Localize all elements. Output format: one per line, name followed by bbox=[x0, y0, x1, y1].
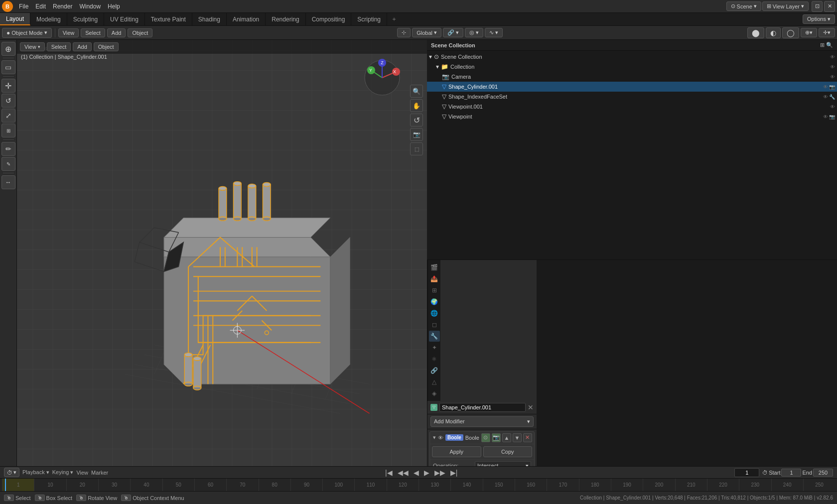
navigation-gizmo[interactable]: X Y Z bbox=[362, 58, 402, 98]
vis-eye-btn[interactable]: 👁 bbox=[830, 54, 835, 60]
mod-render-btn[interactable]: 📷 bbox=[492, 433, 501, 442]
object-name-input[interactable] bbox=[439, 403, 526, 412]
constraints-props-btn[interactable]: 🔗 bbox=[429, 365, 440, 376]
tab-shading[interactable]: Shading bbox=[192, 13, 227, 25]
orbit-btn[interactable]: ↺ bbox=[410, 114, 423, 126]
timeline-ruler[interactable]: 1 10 20 30 40 50 60 70 80 90 100 110 120… bbox=[0, 479, 837, 491]
menu-help[interactable]: Help bbox=[105, 2, 123, 11]
measure-tool[interactable]: ↔ bbox=[1, 175, 15, 189]
add-menu[interactable]: Add bbox=[107, 28, 126, 37]
rotate-tool[interactable]: ↺ bbox=[1, 94, 15, 108]
add-modifier-dropdown[interactable]: Add Modifier ▾ bbox=[430, 416, 534, 427]
object-props-btn[interactable]: ◻ bbox=[429, 319, 440, 330]
options-btn[interactable]: Options ▾ bbox=[803, 14, 835, 24]
tab-uv-editing[interactable]: UV Editing bbox=[104, 13, 145, 25]
timeline-mode-btn[interactable]: ⏱ ▾ bbox=[4, 468, 19, 477]
current-frame-display[interactable]: 1 bbox=[734, 468, 759, 477]
copy-btn[interactable]: Copy bbox=[483, 446, 533, 457]
object-data-props-btn[interactable]: △ bbox=[429, 377, 440, 387]
mod-delete-btn[interactable]: ✕ bbox=[523, 433, 532, 442]
play-reverse-btn[interactable]: ◀ bbox=[413, 469, 420, 477]
transform-orientation[interactable]: Global ▾ bbox=[412, 28, 441, 37]
menu-file[interactable]: File bbox=[16, 2, 31, 11]
tree-camera[interactable]: 📷 Camera 👁 bbox=[427, 72, 837, 82]
curve-btn[interactable]: ∿ ▾ bbox=[485, 28, 503, 37]
tree-shape-cylinder[interactable]: ▽ Shape_Cylinder.001 👁 📷 bbox=[427, 82, 837, 92]
ifs-render-btn[interactable]: 🔧 bbox=[829, 94, 835, 100]
world-props-btn[interactable]: 🌐 bbox=[429, 308, 440, 319]
tab-compositing[interactable]: Compositing bbox=[306, 13, 352, 25]
snap-btn[interactable]: 🔗 ▾ bbox=[443, 28, 463, 37]
start-frame-input[interactable] bbox=[781, 469, 801, 477]
vp-cam-btn[interactable]: 📷 bbox=[829, 114, 835, 120]
material-props-btn[interactable]: ◈ bbox=[429, 388, 440, 399]
mesh-vis-btn[interactable]: 👁 bbox=[823, 84, 828, 90]
viewport-gizmo-toggle[interactable]: ✛▾ bbox=[819, 28, 835, 37]
vp-add-btn[interactable]: Add bbox=[73, 42, 92, 51]
vp-select-btn[interactable]: Select bbox=[47, 42, 71, 51]
vp001-vis-btn[interactable]: 👁 bbox=[830, 104, 835, 110]
end-frame-input[interactable] bbox=[813, 469, 833, 477]
tree-collection[interactable]: ▾ 📁 Collection 👁 bbox=[427, 62, 837, 72]
view-menu[interactable]: View bbox=[58, 28, 79, 37]
proportional-edit[interactable]: ◎ ▾ bbox=[465, 28, 483, 37]
zoom-camera-btn[interactable]: 🔍 bbox=[410, 85, 423, 98]
mode-selector[interactable]: ● Object Mode ▾ bbox=[2, 28, 52, 38]
outliner-search-btn[interactable]: 🔍 bbox=[826, 42, 833, 48]
view-layer-props-btn[interactable]: ⊞ bbox=[429, 285, 440, 296]
physics-props-btn[interactable]: ⚛ bbox=[429, 354, 440, 365]
tab-animation[interactable]: Animation bbox=[227, 13, 266, 25]
viewport-shading-material[interactable]: ◐ bbox=[766, 27, 781, 38]
scale-tool[interactable]: ⤢ bbox=[1, 109, 15, 123]
tab-scripting[interactable]: Scripting bbox=[351, 13, 387, 25]
tree-indexed-face-set[interactable]: ▽ Shape_IndexedFaceSet 👁 🔧 bbox=[427, 92, 837, 102]
mod-expand-toggle[interactable]: ▾ bbox=[433, 434, 436, 441]
select-menu[interactable]: Select bbox=[81, 28, 105, 37]
camera-view-btn[interactable]: 📷 bbox=[410, 128, 423, 141]
scene-props-btn[interactable]: 🌍 bbox=[429, 296, 440, 307]
render-region-btn[interactable]: ⬚ bbox=[410, 142, 423, 155]
tab-layout[interactable]: Layout bbox=[0, 13, 30, 25]
playback-label[interactable]: Playback ▾ bbox=[22, 469, 49, 476]
viewport[interactable]: View ▾ Select Add Object User Perspectiv… bbox=[17, 40, 427, 479]
pan-btn[interactable]: ✋ bbox=[410, 99, 423, 112]
move-tool[interactable]: ✛ bbox=[1, 79, 15, 93]
jump-start-btn[interactable]: |◀ bbox=[384, 469, 394, 477]
modifier-props-btn[interactable]: 🔧 bbox=[429, 331, 440, 342]
transform-tool[interactable]: ⊞ bbox=[1, 124, 15, 137]
tree-scene-collection[interactable]: ▾ ⊙ Scene Collection 👁 bbox=[427, 52, 837, 62]
vp-view-btn[interactable]: View ▾ bbox=[20, 42, 45, 51]
mod-down-btn[interactable]: ▼ bbox=[513, 433, 522, 442]
jump-end-btn[interactable]: ▶| bbox=[449, 469, 459, 477]
tab-rendering[interactable]: Rendering bbox=[266, 13, 305, 25]
viewport-overlay-toggle[interactable]: ⊕▾ bbox=[801, 28, 817, 37]
annotate-tool[interactable]: ✏ bbox=[1, 142, 15, 156]
mod-visibility-toggle[interactable]: 👁 bbox=[438, 435, 443, 441]
camera-vis-btn[interactable]: 👁 bbox=[830, 74, 835, 80]
tree-viewpoint[interactable]: ▽ Viewpoint 👁 📷 bbox=[427, 112, 837, 122]
tab-sculpting[interactable]: Sculpting bbox=[67, 13, 104, 25]
render-props-btn[interactable]: 🎬 bbox=[429, 262, 440, 273]
apply-btn[interactable]: Apply bbox=[432, 446, 481, 457]
viewport-shading-solid[interactable]: ⬤ bbox=[747, 27, 764, 38]
tab-texture-paint[interactable]: Texture Paint bbox=[145, 13, 192, 25]
viewport-shading-rendered[interactable]: ◯ bbox=[782, 27, 799, 38]
play-btn[interactable]: ▶ bbox=[423, 469, 430, 477]
tab-modeling[interactable]: Modeling bbox=[30, 13, 67, 25]
keying-label[interactable]: Keying ▾ bbox=[52, 469, 74, 476]
cursor-tool[interactable]: ⊕ bbox=[1, 42, 15, 56]
mod-up-btn[interactable]: ▲ bbox=[502, 433, 511, 442]
scene-selector[interactable]: ⊙ Scene ▾ bbox=[726, 1, 761, 11]
step-back-btn[interactable]: ◀◀ bbox=[397, 469, 410, 477]
select-box-tool[interactable]: ▭ bbox=[1, 60, 15, 74]
close-window-btn[interactable]: ✕ bbox=[824, 1, 835, 12]
menu-render[interactable]: Render bbox=[50, 2, 75, 11]
collection-vis-btn[interactable]: 👁 bbox=[830, 64, 835, 70]
ifs-vis-btn[interactable]: 👁 bbox=[823, 94, 828, 100]
transform-btn[interactable]: ⊹ bbox=[397, 28, 411, 37]
vp-object-btn[interactable]: Object bbox=[94, 42, 119, 51]
particles-props-btn[interactable]: ✦ bbox=[429, 342, 440, 353]
outliner-filter-btn[interactable]: ⊞ bbox=[820, 42, 825, 48]
view-layer-selector[interactable]: ⊞ View Layer ▾ bbox=[762, 1, 809, 11]
step-forward-btn[interactable]: ▶▶ bbox=[433, 469, 446, 477]
